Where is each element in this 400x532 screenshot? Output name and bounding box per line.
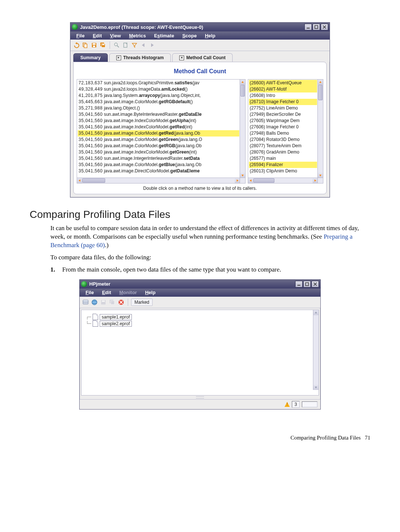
method-list[interactable]: 72,183,637 sun.java2d.loops.GraphicsPrim… <box>77 79 246 183</box>
close-button[interactable] <box>311 281 319 287</box>
table-row[interactable]: (26608) Intro <box>249 92 317 99</box>
minimize-button[interactable] <box>295 281 303 287</box>
table-row[interactable]: 35,445,663 java.awt.image.ColorModel.get… <box>78 99 239 105</box>
table-row[interactable]: (26600) AWT-EventQueue <box>249 80 317 86</box>
resize-grip[interactable] <box>196 396 204 398</box>
maximize-button[interactable] <box>303 281 311 287</box>
menu-help[interactable]: Help <box>201 32 219 39</box>
table-row[interactable]: 35,041,560 java.awt.image.IndexColorMode… <box>78 118 239 124</box>
filter-icon[interactable] <box>131 41 138 49</box>
scroll-up-icon[interactable] <box>318 80 323 85</box>
copy-icon[interactable] <box>81 41 89 49</box>
menu-scope[interactable]: Scope <box>179 32 200 39</box>
table-row[interactable]: 35,041,560 sun.awt.image.ByteInterleaved… <box>78 111 239 118</box>
save-icon[interactable] <box>100 299 107 306</box>
method-list-body[interactable]: 72,183,637 sun.java2d.loops.GraphicsPrim… <box>77 80 240 178</box>
table-row[interactable]: 35,041,560 java.awt.image.ColorModel.get… <box>78 143 239 149</box>
close-tab-icon[interactable]: ✕ <box>179 55 184 60</box>
forward-arrow-icon[interactable] <box>149 41 156 49</box>
table-row[interactable]: 72,183,637 sun.java2d.loops.GraphicsPrim… <box>78 80 239 86</box>
thread-list-body[interactable]: (26600) AWT-EventQueue(26602) AWT-Motif(… <box>248 80 318 178</box>
zoom-icon[interactable] <box>113 41 120 49</box>
table-row[interactable]: (27084) Rotator3D Demo <box>249 137 317 143</box>
menu-view[interactable]: View <box>106 32 124 39</box>
table-row[interactable]: (26602) AWT-Motif <box>249 86 317 92</box>
vertical-scrollbar[interactable] <box>240 80 245 178</box>
titlebar[interactable]: Java2Demo.eprof (Thread scope: AWT-Event… <box>70 23 330 31</box>
steps-list: 1.From the main console, open two data f… <box>50 266 370 274</box>
tab-method-call-count[interactable]: ✕Method Call Count <box>172 53 233 62</box>
table-row[interactable]: 35,041,560 java.awt.image.ColorModel.get… <box>78 137 239 143</box>
menu-edit[interactable]: Edit <box>98 289 115 296</box>
file-list-body[interactable]: ┌─ sample1.eprof └─ sample2.eprof <box>81 310 313 395</box>
scroll-thumb[interactable] <box>82 178 105 183</box>
vertical-scrollbar[interactable] <box>313 310 319 390</box>
undo-icon[interactable] <box>73 41 80 49</box>
scroll-left-icon[interactable] <box>248 178 253 183</box>
delete-icon[interactable] <box>117 299 125 306</box>
globe-icon[interactable] <box>91 299 98 306</box>
menu-estimate[interactable]: Estimate <box>150 32 178 39</box>
horizontal-scrollbar[interactable] <box>77 178 240 183</box>
table-row[interactable]: (26577) main <box>249 155 317 162</box>
table-row[interactable]: 49,328,449 sun.java2d.loops.ImageData.am… <box>78 86 239 92</box>
table-row[interactable]: 35,041,560 java.awt.image.ColorModel.get… <box>78 162 239 168</box>
menu-edit[interactable]: Edit <box>89 32 106 39</box>
table-row[interactable]: 35,041,560 sun.awt.image.IntegerInterlea… <box>78 155 239 162</box>
vertical-scrollbar[interactable] <box>317 80 323 178</box>
table-row[interactable]: (27949) BezierScroller De <box>249 111 317 118</box>
scroll-thumb[interactable] <box>253 178 274 183</box>
table-row[interactable]: (26013) ClipAnim Demo <box>249 168 317 174</box>
scroll-up-icon[interactable] <box>313 310 319 315</box>
titlebar[interactable]: HPjmeter <box>80 280 320 289</box>
menu-file[interactable]: File <box>73 32 88 39</box>
minimize-button[interactable] <box>304 24 312 30</box>
table-row[interactable]: (27752) LineAnim Demo <box>249 105 317 111</box>
saveall-icon[interactable] <box>99 41 107 49</box>
menu-metrics[interactable]: Metrics <box>125 32 150 39</box>
close-button[interactable] <box>321 24 328 30</box>
scroll-down-icon[interactable] <box>313 385 319 390</box>
scroll-down-icon[interactable] <box>240 173 245 178</box>
list-item[interactable]: └─ sample2.eprof <box>86 320 309 327</box>
thread-list[interactable]: (26600) AWT-EventQueue(26602) AWT-Motif(… <box>248 79 323 183</box>
call-count: 35,271,988 <box>79 105 103 111</box>
table-row[interactable]: 41,201,875 java.lang.System.arraycopy(ja… <box>78 92 239 99</box>
close-tab-icon[interactable]: ✕ <box>116 55 121 60</box>
warning-icon[interactable] <box>284 402 290 407</box>
scroll-up-icon[interactable] <box>240 80 245 85</box>
maximize-button[interactable] <box>313 24 320 30</box>
table-row[interactable]: 35,041,560 java.awt.image.ColorModel.get… <box>78 130 239 137</box>
scroll-right-icon[interactable] <box>235 178 240 183</box>
table-row[interactable]: 35,041,560 java.awt.image.IndexColorMode… <box>78 124 239 130</box>
table-row[interactable]: (28077) TextureAnim Dem <box>249 143 317 149</box>
horizontal-scrollbar[interactable] <box>248 178 318 183</box>
document-icon[interactable] <box>122 41 129 49</box>
menu-help[interactable]: Help <box>141 289 159 296</box>
saveall-icon[interactable] <box>109 299 116 306</box>
file-icon <box>93 314 98 320</box>
scroll-thumb[interactable] <box>318 85 323 100</box>
scroll-thumb[interactable] <box>240 85 245 97</box>
table-row[interactable]: (27948) Balls Demo <box>249 130 317 137</box>
tab-threads-histogram[interactable]: ✕Threads Histogram <box>109 53 171 62</box>
scroll-down-icon[interactable] <box>318 173 323 178</box>
file-list[interactable]: ┌─ sample1.eprof └─ sample2.eprof <box>81 310 319 395</box>
tab-summary[interactable]: Summary <box>73 53 108 62</box>
list-item[interactable]: ┌─ sample1.eprof <box>86 314 309 320</box>
table-row[interactable]: (27605) WarpImage Dem <box>249 118 317 124</box>
table-row[interactable]: 35,041,560 java.awt.image.DirectColorMod… <box>78 168 239 174</box>
scroll-right-icon[interactable] <box>313 178 318 183</box>
table-row[interactable]: (28076) GradAnim Demo <box>249 149 317 155</box>
table-row[interactable]: (27606) Image Fetcher 0 <box>249 124 317 130</box>
menu-file[interactable]: File <box>82 289 97 296</box>
menubar: File Edit Monitor Help <box>80 289 320 297</box>
disk-icon[interactable] <box>82 299 89 306</box>
table-row[interactable]: 35,271,988 java.lang.Object.() <box>78 105 239 111</box>
table-row[interactable]: (26710) Image Fetcher 0 <box>249 99 317 105</box>
scroll-left-icon[interactable] <box>77 178 82 183</box>
back-arrow-icon[interactable] <box>140 41 147 49</box>
table-row[interactable]: (26594) Finalizer <box>249 162 317 168</box>
save-icon[interactable] <box>90 41 98 49</box>
table-row[interactable]: 35,041,560 java.awt.image.IndexColorMode… <box>78 149 239 155</box>
